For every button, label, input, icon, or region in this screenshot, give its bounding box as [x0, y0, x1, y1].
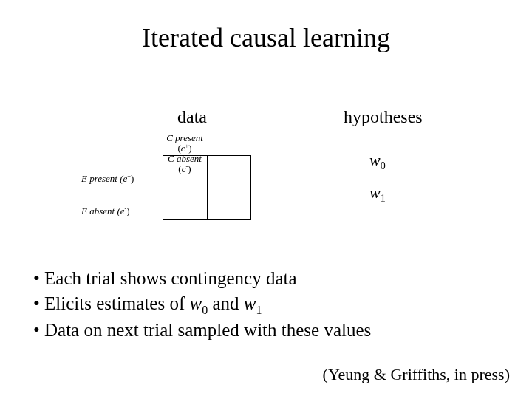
bullet-list: • Each trial shows contingency data • El… [33, 266, 371, 343]
col-c-present: C present (c+) [163, 133, 207, 154]
hypothesis-weights: w0 w1 [369, 144, 386, 209]
row-headers: E present (e+) E absent (e-) [81, 163, 134, 228]
label-data: data [163, 107, 222, 127]
bullet-2: • Elicits estimates of w0 and w1 [33, 291, 371, 318]
row-e-absent: E absent (e-) [81, 195, 134, 228]
citation: (Yeung & Griffiths, in press) [323, 365, 510, 384]
row-e-present: E present (e+) [81, 163, 134, 195]
bullet-3: • Data on next trial sampled with these … [33, 318, 371, 343]
table-grid [163, 155, 251, 220]
w0: w0 [369, 144, 386, 177]
label-hypotheses: hypotheses [344, 107, 423, 127]
w1: w1 [369, 177, 386, 209]
slide-title: Iterated causal learning [0, 22, 532, 53]
grid-hline [163, 188, 250, 188]
bullet-1: • Each trial shows contingency data [33, 266, 371, 291]
